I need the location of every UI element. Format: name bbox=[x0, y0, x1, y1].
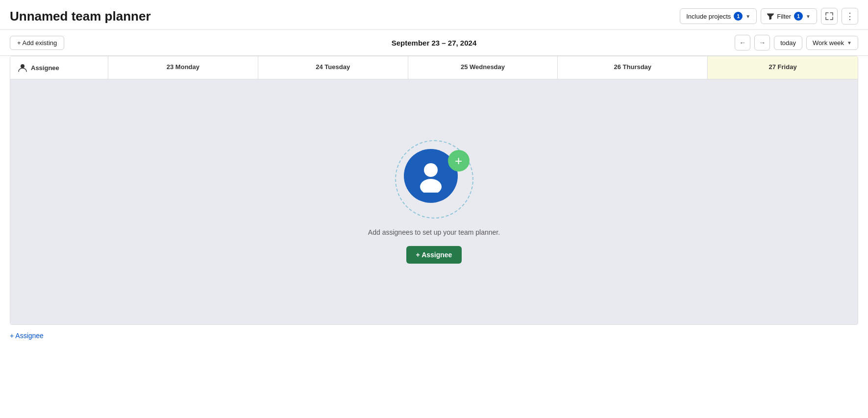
date-range: September 23 – 27, 2024 bbox=[392, 39, 476, 47]
add-assignee-bottom-button[interactable]: + Assignee bbox=[10, 332, 44, 340]
svg-point-1 bbox=[424, 163, 438, 177]
add-user-plus-icon: + bbox=[448, 150, 470, 172]
page-title: Unnamed team planner bbox=[10, 9, 151, 24]
col-thursday-header: 26 Thursday bbox=[558, 56, 708, 79]
col-tuesday-header: 24 Tuesday bbox=[258, 56, 408, 79]
calendar-container: Assignee 23 Monday 24 Tuesday 25 Wednesd… bbox=[10, 56, 858, 325]
col-friday-header: 27 Friday bbox=[708, 56, 858, 79]
add-assignee-label: + Assignee bbox=[416, 251, 452, 259]
include-projects-chevron-icon: ▼ bbox=[745, 14, 750, 19]
more-options-button[interactable]: ⋮ bbox=[842, 8, 858, 25]
prev-week-button[interactable]: ← bbox=[735, 35, 750, 50]
nav-controls: ← → today Work week ▼ bbox=[735, 35, 858, 50]
expand-icon bbox=[825, 12, 833, 20]
more-options-icon: ⋮ bbox=[845, 11, 854, 22]
filter-chevron-icon: ▼ bbox=[806, 14, 811, 19]
user-silhouette-icon bbox=[414, 159, 447, 193]
work-week-button[interactable]: Work week ▼ bbox=[806, 36, 858, 50]
col-wednesday-header: 25 Wednesday bbox=[408, 56, 558, 79]
add-existing-label: + Add existing bbox=[17, 39, 57, 47]
include-projects-button[interactable]: Include projects 1 ▼ bbox=[680, 8, 757, 24]
bottom-bar: + Assignee bbox=[0, 325, 868, 346]
add-existing-button[interactable]: + Add existing bbox=[10, 36, 64, 50]
filter-badge: 1 bbox=[794, 12, 803, 21]
top-bar-controls: Include projects 1 ▼ Filter 1 ▼ ⋮ bbox=[680, 8, 858, 25]
filter-icon bbox=[767, 13, 774, 20]
calendar-body: + Add assignees to set up your team plan… bbox=[10, 79, 858, 324]
next-week-button[interactable]: → bbox=[754, 35, 770, 50]
empty-state: + Add assignees to set up your team plan… bbox=[368, 140, 500, 264]
include-projects-badge: 1 bbox=[734, 12, 743, 21]
svg-point-0 bbox=[21, 64, 25, 68]
assignee-person-icon bbox=[18, 63, 27, 72]
work-week-chevron-icon: ▼ bbox=[847, 40, 852, 46]
avatar-illustration: + bbox=[395, 140, 473, 219]
sub-bar: + Add existing September 23 – 27, 2024 ←… bbox=[0, 30, 868, 56]
col-assignee-header: Assignee bbox=[10, 56, 108, 79]
next-arrow-icon: → bbox=[759, 39, 766, 47]
svg-point-2 bbox=[420, 179, 442, 193]
filter-button[interactable]: Filter 1 ▼ bbox=[761, 8, 817, 24]
filter-label: Filter bbox=[777, 13, 791, 20]
assignee-col-label: Assignee bbox=[31, 64, 59, 72]
work-week-label: Work week bbox=[813, 39, 844, 47]
top-bar: Unnamed team planner Include projects 1 … bbox=[0, 0, 868, 30]
today-button[interactable]: today bbox=[774, 36, 802, 50]
today-label: today bbox=[780, 39, 796, 47]
prev-arrow-icon: ← bbox=[739, 39, 746, 47]
empty-state-message: Add assignees to set up your team planne… bbox=[368, 228, 500, 236]
expand-button[interactable] bbox=[821, 8, 838, 25]
add-assignee-bottom-label: + Assignee bbox=[10, 332, 44, 340]
add-assignee-button[interactable]: + Assignee bbox=[406, 246, 462, 264]
include-projects-label: Include projects bbox=[686, 13, 731, 20]
calendar-header: Assignee 23 Monday 24 Tuesday 25 Wednesd… bbox=[10, 56, 858, 79]
col-monday-header: 23 Monday bbox=[108, 56, 258, 79]
